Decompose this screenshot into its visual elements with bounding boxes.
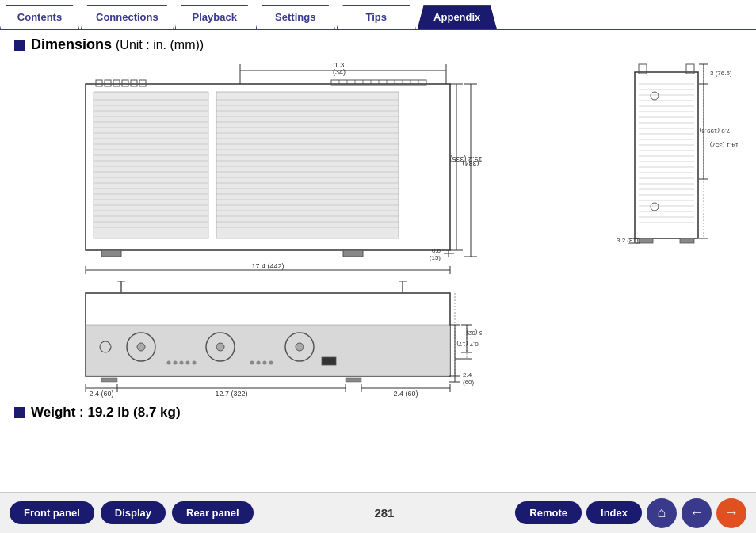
main-content: Dimensions (Unit : in. (mm)) 1.3 (34) [0, 30, 756, 424]
fwd-btn[interactable]: → [716, 498, 746, 528]
svg-rect-59 [122, 80, 128, 86]
svg-rect-74 [101, 250, 121, 257]
footer: Front panel Display Rear panel 281 Remot… [0, 492, 756, 533]
svg-text:3.6 (92): 3.6 (92) [466, 329, 482, 337]
home-icon: ⌂ [658, 504, 666, 521]
side-view-diagram: 3 (76.5) 7.9 (199.5) 14.1 (357) 3.2 (81) [615, 56, 738, 262]
svg-rect-143 [635, 72, 698, 238]
dimensions-unit: (Unit : in. (mm)) [116, 38, 204, 52]
svg-point-106 [180, 361, 184, 365]
svg-point-111 [263, 361, 267, 365]
footer-buttons-right: Remote Index ⌂ ← → [515, 498, 746, 528]
svg-point-105 [174, 361, 178, 365]
diagrams-right: 3 (76.5) 7.9 (199.5) 14.1 (357) 3.2 (81) [615, 56, 742, 403]
weight-square [14, 407, 25, 418]
svg-text:14.1 (357): 14.1 (357) [709, 142, 738, 149]
svg-text:2.4 (60): 2.4 (60) [393, 390, 418, 398]
svg-text:2.4: 2.4 [463, 371, 472, 379]
svg-text:(60): (60) [463, 379, 475, 386]
svg-rect-113 [322, 357, 336, 365]
front-panel-btn[interactable]: Front panel [10, 501, 94, 524]
home-btn[interactable]: ⌂ [647, 498, 677, 528]
svg-point-108 [193, 361, 197, 365]
svg-rect-116 [346, 378, 361, 382]
svg-point-103 [296, 343, 304, 351]
svg-text:3.2 (81): 3.2 (81) [617, 237, 639, 244]
svg-text:(34): (34) [333, 68, 346, 76]
svg-text:17.4 (442): 17.4 (442) [251, 262, 284, 270]
index-btn[interactable]: Index [586, 501, 642, 524]
page-number: 281 [374, 506, 394, 520]
svg-rect-57 [105, 80, 111, 86]
display-btn[interactable]: Display [101, 501, 166, 524]
tab-contents[interactable]: Contents [0, 5, 79, 29]
weight-label: Weight : 19.2 lb (8.7 kg) [31, 405, 181, 421]
weight-section: Weight : 19.2 lb (8.7 kg) [14, 405, 742, 421]
svg-point-99 [137, 343, 145, 351]
back-btn[interactable]: ← [682, 498, 712, 528]
front-view-diagram: 1.3 (34) [14, 56, 482, 290]
svg-rect-61 [139, 80, 146, 86]
svg-rect-58 [113, 80, 120, 86]
svg-text:2.4 (60): 2.4 (60) [89, 390, 113, 398]
diagrams-left: 1.3 (34) [14, 56, 607, 403]
svg-text:15.1 (384): 15.1 (384) [462, 159, 482, 167]
svg-point-171 [651, 203, 659, 211]
svg-point-112 [269, 361, 273, 365]
svg-rect-175 [680, 238, 694, 243]
svg-text:0.6: 0.6 [432, 247, 441, 254]
svg-point-107 [186, 361, 190, 365]
svg-text:12.7 (322): 12.7 (322) [215, 390, 247, 398]
svg-rect-60 [131, 80, 137, 86]
svg-text:3 (76.5): 3 (76.5) [710, 70, 732, 77]
svg-point-109 [250, 361, 254, 365]
tab-appendix[interactable]: Appendix [418, 5, 497, 29]
tab-tips[interactable]: Tips [337, 5, 416, 29]
dimensions-bold: Dimensions [31, 36, 112, 53]
svg-rect-56 [96, 80, 102, 86]
dimensions-title: Dimensions (Unit : in. (mm)) [14, 36, 742, 53]
tab-settings[interactable]: Settings [256, 5, 335, 29]
tab-playback[interactable]: Playback [175, 5, 254, 29]
title-square [14, 40, 25, 51]
svg-rect-115 [101, 378, 117, 382]
svg-rect-75 [343, 250, 363, 257]
footer-buttons-left: Front panel Display Rear panel [10, 501, 254, 524]
svg-point-170 [651, 92, 659, 100]
tab-connections[interactable]: Connections [81, 5, 174, 29]
fwd-icon: → [724, 504, 739, 521]
svg-text:0.7 (17): 0.7 (17) [456, 341, 479, 348]
svg-point-104 [167, 361, 171, 365]
diagrams-area: 1.3 (34) [14, 56, 742, 403]
back-icon: ← [689, 504, 704, 521]
top-view-diagram: 2.4 (60) 12.7 (322) 2.4 (60) 2.4 (60) [14, 281, 482, 400]
svg-point-110 [257, 361, 261, 365]
svg-rect-174 [639, 238, 653, 243]
svg-text:(15): (15) [430, 254, 441, 261]
svg-point-101 [216, 343, 224, 351]
nav-tabs: Contents Connections Playback Settings T… [0, 0, 756, 30]
remote-btn[interactable]: Remote [515, 501, 582, 524]
rear-panel-btn[interactable]: Rear panel [172, 501, 253, 524]
